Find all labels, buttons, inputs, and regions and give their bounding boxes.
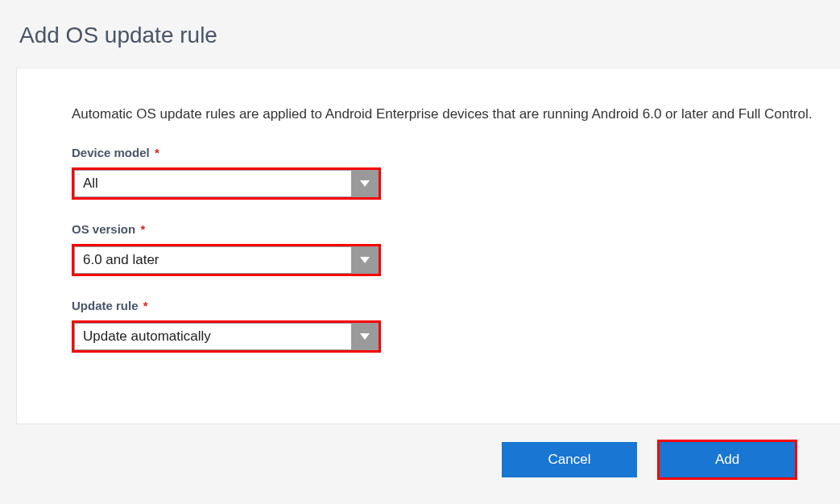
- update-rule-select[interactable]: Update automatically: [72, 320, 381, 353]
- update-rule-label: Update rule *: [72, 299, 840, 312]
- os-version-label: OS version *: [72, 222, 840, 236]
- page-title: Add OS update rule: [0, 0, 840, 68]
- update-rule-label-text: Update rule: [72, 299, 139, 312]
- required-asterisk: *: [140, 222, 145, 236]
- device-model-label: Device model *: [72, 146, 840, 159]
- os-version-value: 6.0 and later: [74, 246, 351, 274]
- svg-marker-1: [360, 257, 370, 263]
- chevron-down-icon: [351, 170, 379, 197]
- form-description: Automatic OS update rules are applied to…: [72, 104, 840, 125]
- required-asterisk: *: [143, 299, 148, 312]
- device-model-select[interactable]: All: [72, 167, 381, 200]
- device-model-label-text: Device model: [72, 146, 150, 159]
- chevron-down-icon: [351, 246, 379, 274]
- add-button[interactable]: Add: [660, 442, 795, 477]
- device-model-value: All: [74, 170, 351, 197]
- os-version-select[interactable]: 6.0 and later: [72, 244, 381, 276]
- update-rule-field: Update rule * Update automatically: [72, 299, 840, 353]
- svg-marker-2: [360, 333, 370, 340]
- os-version-field: OS version * 6.0 and later: [72, 222, 840, 276]
- update-rule-value: Update automatically: [74, 323, 351, 350]
- os-version-label-text: OS version: [72, 222, 135, 236]
- form-panel: Automatic OS update rules are applied to…: [16, 68, 840, 424]
- chevron-down-icon: [351, 323, 379, 350]
- device-model-field: Device model * All: [72, 146, 840, 200]
- svg-marker-0: [360, 180, 370, 187]
- button-bar: Cancel Add: [0, 424, 840, 477]
- required-asterisk: *: [155, 146, 159, 159]
- cancel-button[interactable]: Cancel: [502, 442, 637, 477]
